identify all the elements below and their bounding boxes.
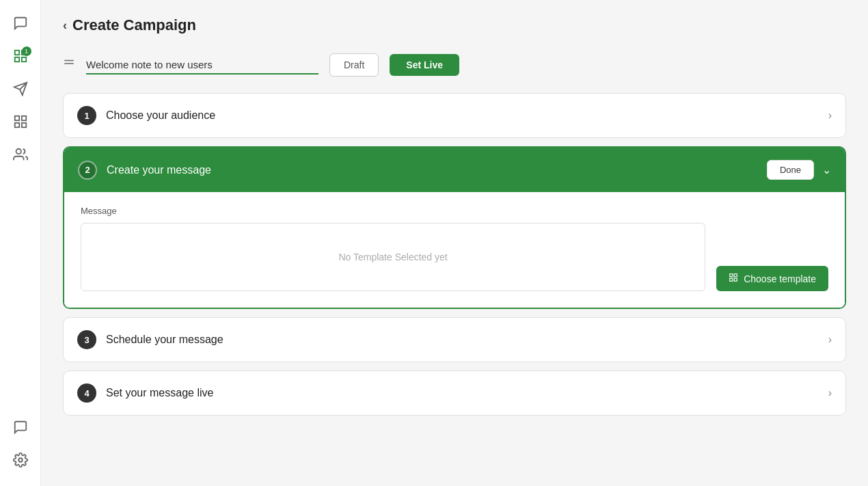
choose-template-label: Choose template: [744, 273, 816, 284]
svg-rect-7: [21, 116, 25, 120]
message-placeholder: No Template Selected yet: [338, 232, 447, 282]
step-1-title: Choose your audience: [106, 109, 828, 122]
message-textarea[interactable]: No Template Selected yet: [81, 223, 705, 291]
svg-rect-8: [14, 122, 18, 126]
step-2-number: 2: [78, 161, 97, 180]
toolbar: Draft Set Live: [63, 53, 846, 77]
done-button[interactable]: Done: [767, 160, 814, 180]
sidebar: 1: [0, 0, 41, 486]
step-1-card: 1 Choose your audience ›: [63, 93, 846, 138]
svg-rect-2: [14, 57, 18, 61]
campaigns-badge: 1: [22, 46, 31, 56]
choose-template-button[interactable]: Choose template: [716, 266, 828, 291]
step-4-number: 4: [77, 383, 96, 403]
send-icon: [13, 81, 28, 100]
svg-point-10: [16, 148, 21, 153]
settings-icon: [13, 453, 28, 471]
step-2-title: Create your message: [107, 164, 767, 176]
step-1-chevron-icon: ›: [828, 109, 832, 122]
step-2-header[interactable]: 2 Create your message Done ⌄: [64, 148, 845, 192]
step-2-chevron-icon: ⌄: [822, 163, 831, 176]
chat-icon: [13, 16, 28, 34]
step-3-header[interactable]: 3 Schedule your message ›: [64, 318, 845, 362]
step-3-card: 3 Schedule your message ›: [63, 317, 846, 362]
sidebar-item-campaigns[interactable]: 1: [7, 44, 34, 71]
svg-rect-9: [21, 122, 25, 126]
step-3-chevron-icon: ›: [828, 334, 832, 346]
draft-button[interactable]: Draft: [329, 53, 379, 77]
dashboard-icon: [13, 114, 28, 133]
template-icon: [729, 273, 738, 284]
sidebar-item-settings[interactable]: [7, 448, 34, 475]
step-2-card: 2 Create your message Done ⌄ Message No …: [63, 146, 846, 309]
set-live-button[interactable]: Set Live: [390, 54, 459, 76]
step-4-card: 4 Set your message live ›: [63, 370, 846, 416]
steps-container: 1 Choose your audience › 2 Create your m…: [63, 93, 846, 416]
step-3-title: Schedule your message: [106, 334, 828, 346]
svg-rect-15: [734, 274, 737, 277]
svg-rect-6: [14, 116, 18, 120]
step-4-chevron-icon: ›: [828, 387, 832, 399]
svg-rect-14: [730, 274, 733, 277]
svg-rect-0: [14, 50, 18, 54]
sidebar-bottom: [7, 415, 34, 475]
sidebar-item-contacts[interactable]: [7, 142, 34, 170]
step-2-body: Message No Template Selected yet Choose …: [64, 192, 845, 308]
svg-point-11: [18, 458, 23, 462]
main-content: ‹ Create Campaign Draft Set Live 1 Choos…: [41, 0, 868, 486]
sidebar-item-dashboard[interactable]: [7, 109, 34, 137]
back-button[interactable]: ‹ Create Campaign: [63, 16, 196, 34]
svg-rect-3: [21, 57, 25, 61]
sidebar-item-send[interactable]: [7, 77, 34, 104]
step-3-number: 3: [77, 330, 96, 349]
svg-rect-17: [734, 278, 737, 281]
step-1-number: 1: [77, 106, 96, 125]
campaign-name-input[interactable]: [86, 56, 318, 75]
step-4-title: Set your message live: [106, 387, 828, 399]
step-4-header[interactable]: 4 Set your message live ›: [64, 371, 845, 415]
contacts-icon: [13, 147, 28, 165]
page-header: ‹ Create Campaign: [63, 16, 846, 34]
message-label: Message: [81, 206, 828, 216]
back-arrow-icon: ‹: [63, 18, 67, 33]
message-area-wrapper: No Template Selected yet Choose template: [81, 223, 828, 291]
step-1-header[interactable]: 1 Choose your audience ›: [64, 94, 845, 137]
support-icon: [13, 420, 28, 438]
sidebar-item-chat[interactable]: [7, 11, 34, 38]
page-title: Create Campaign: [72, 16, 196, 34]
sidebar-item-support[interactable]: [7, 415, 34, 442]
svg-rect-16: [730, 278, 733, 281]
menu-icon[interactable]: [63, 57, 75, 73]
